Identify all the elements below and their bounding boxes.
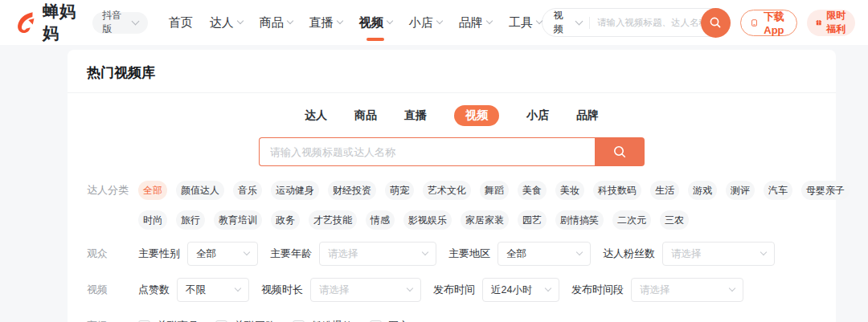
tab-live[interactable]: 直播	[404, 108, 427, 123]
page-title: 热门视频库	[87, 63, 817, 82]
category-pill-line-2: 时尚 旅行 教育培训 政务 才艺技能 情感 影视娱乐 家居家装 园艺 剧情搞笑 …	[138, 210, 850, 230]
nav-label: 达人	[210, 15, 234, 31]
checkbox-image-text[interactable]: 图文	[370, 319, 409, 322]
top-search-button[interactable]	[701, 8, 731, 38]
like-count-select[interactable]: 不限	[177, 278, 249, 302]
category-pill[interactable]: 测评	[726, 181, 755, 200]
category-pill[interactable]: 财经投资	[328, 181, 376, 200]
select-value: 不限	[186, 283, 206, 297]
category-pill[interactable]: 汽车	[764, 181, 792, 200]
category-pill[interactable]: 家居家装	[461, 210, 509, 230]
field-label: 发布时间	[433, 283, 475, 297]
category-pill[interactable]: 教育培训	[214, 210, 262, 230]
brand[interactable]: 蝉妈妈	[13, 1, 81, 44]
nav-item-tools[interactable]: 工具	[509, 15, 542, 31]
publish-time-range-select[interactable]: 请选择	[631, 278, 743, 302]
category-pill[interactable]: 运动健身	[271, 181, 319, 200]
tab-product[interactable]: 商品	[354, 108, 377, 123]
video-duration-select[interactable]: 请选择	[310, 278, 421, 302]
tab-influencer[interactable]: 达人	[305, 108, 327, 123]
nav-item-brand[interactable]: 品牌	[459, 15, 492, 31]
follower-count-select[interactable]: 请选择	[662, 242, 775, 266]
filter-row-advanced: 高级 关联商品 关联团购 低粉爆款	[87, 314, 817, 322]
top-search[interactable]: 视频 请输入视频标题、达人名称	[542, 8, 731, 37]
category-pill[interactable]: 影视娱乐	[403, 210, 452, 230]
tab-brand[interactable]: 品牌	[576, 108, 599, 123]
promo-button[interactable]: 限时福利	[807, 10, 855, 36]
main-age-select[interactable]: 请选择	[319, 242, 436, 266]
nav-item-home[interactable]: 首页	[169, 15, 193, 31]
category-pill[interactable]: 音乐	[233, 181, 262, 200]
chevron-down-icon	[436, 18, 442, 24]
nav-item-product[interactable]: 商品	[260, 15, 293, 31]
category-pill[interactable]: 母婴亲子	[801, 181, 850, 200]
video-search-button[interactable]	[595, 137, 645, 166]
tab-video[interactable]: 视频	[454, 105, 499, 126]
nav-item-shop[interactable]: 小店	[409, 15, 442, 31]
brand-name: 蝉妈妈	[43, 1, 81, 44]
category-pill[interactable]: 艺术文化	[423, 181, 471, 200]
category-pill[interactable]: 政务	[271, 210, 300, 230]
chevron-down-icon	[729, 285, 735, 291]
top-search-category-select[interactable]: 视频	[554, 9, 582, 36]
category-pill[interactable]: 情感	[366, 210, 395, 230]
chevron-down-icon	[407, 285, 413, 291]
select-value: 全部	[506, 247, 526, 261]
category-pill[interactable]: 三农	[660, 210, 689, 230]
category-pill[interactable]: 园艺	[518, 210, 547, 230]
nav-label: 首页	[169, 15, 193, 31]
checkbox-linked-groupbuy[interactable]: 关联团购	[215, 319, 276, 322]
category-pill[interactable]: 美妆	[555, 181, 584, 200]
field-main-age: 主要年龄 请选择	[270, 242, 436, 266]
edition-switcher[interactable]: 抖音版	[92, 12, 147, 34]
category-pill[interactable]: 才艺技能	[309, 210, 357, 230]
category-pill[interactable]: 颜值达人	[176, 181, 224, 200]
publish-time-select[interactable]: 近24小时	[482, 278, 559, 302]
category-pill[interactable]: 时尚	[138, 210, 167, 230]
library-tabs: 达人 商品 直播 视频 小店 品牌	[68, 105, 836, 126]
select-value: 请选择	[319, 283, 350, 297]
category-pill[interactable]: 科技数码	[593, 181, 641, 200]
category-pill[interactable]: 游戏	[688, 181, 717, 200]
audience-fields: 主要性别 全部 主要年龄 请选择	[138, 242, 787, 266]
chevron-down-icon	[760, 249, 767, 255]
field-main-gender: 主要性别 全部	[138, 242, 258, 266]
main-gender-select[interactable]: 全部	[187, 242, 258, 266]
category-pill[interactable]: 旅行	[176, 210, 205, 230]
category-pill[interactable]: 剧情搞笑	[555, 210, 604, 230]
tab-shop[interactable]: 小店	[526, 108, 549, 123]
edition-label: 抖音版	[102, 9, 125, 36]
category-pill[interactable]: 萌宠	[385, 181, 414, 200]
filter-label-category: 达人分类	[87, 181, 133, 230]
search-icon	[612, 145, 627, 159]
nav-item-live[interactable]: 直播	[309, 15, 342, 31]
top-search-placeholder[interactable]: 请输入视频标题、达人名称	[597, 17, 701, 29]
download-app-button[interactable]: 下载App	[740, 10, 797, 36]
nav-item-video[interactable]: 视频	[359, 15, 392, 31]
select-value: 全部	[196, 247, 216, 261]
category-pill[interactable]: 二次元	[612, 210, 651, 230]
main-region-select[interactable]: 全部	[497, 242, 591, 266]
field-label: 达人粉丝数	[603, 247, 655, 261]
category-pill[interactable]: 美食	[518, 181, 547, 200]
category-pill-all[interactable]: 全部	[138, 181, 167, 200]
checkbox-linked-product[interactable]: 关联商品	[138, 319, 199, 322]
field-label: 视频时长	[261, 283, 303, 297]
category-pill[interactable]: 生活	[650, 181, 679, 200]
filter-label-audience: 观众	[87, 242, 133, 266]
nav-label: 商品	[260, 15, 284, 31]
nav-label: 视频	[359, 15, 383, 31]
field-label: 主要年龄	[270, 247, 312, 261]
chanmama-logo-icon	[13, 10, 37, 35]
video-search-input[interactable]	[259, 137, 595, 166]
field-main-region: 主要地区 全部	[448, 242, 591, 266]
nav-item-influencer[interactable]: 达人	[210, 15, 243, 31]
app-root: 蝉妈妈 抖音版 首页 达人 商品 直播 视频	[0, 0, 868, 322]
field-publish-time-range: 发布时间段 请选择	[571, 278, 743, 302]
category-pill-line-1: 全部 颜值达人 音乐 运动健身 财经投资 萌宠 艺术文化 舞蹈 美食 美妆 科技…	[138, 181, 850, 200]
checkbox-low-follower-hit[interactable]: 低粉爆款	[293, 319, 353, 322]
top-navbar: 蝉妈妈 抖音版 首页 达人 商品 直播 视频	[0, 0, 868, 45]
field-label: 主要性别	[138, 247, 180, 261]
filter-row-category: 达人分类 全部 颜值达人 音乐 运动健身 财经投资 萌宠 艺术文化 舞蹈 美食	[87, 181, 817, 230]
category-pill[interactable]: 舞蹈	[480, 181, 509, 200]
